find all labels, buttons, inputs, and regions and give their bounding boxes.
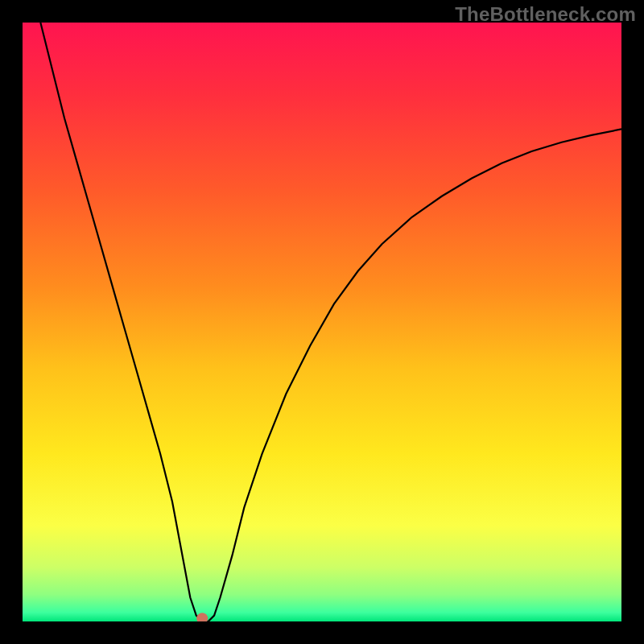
chart-frame: TheBottleneck.com: [0, 0, 644, 644]
plot-area: [23, 23, 621, 621]
bottleneck-chart: [23, 23, 621, 621]
gradient-background: [23, 23, 621, 621]
